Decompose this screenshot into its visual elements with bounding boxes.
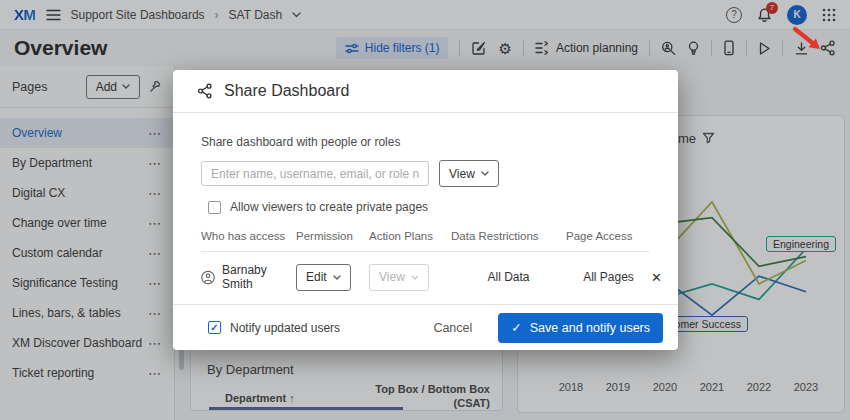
user-cell: Barnaby Smith — [201, 263, 296, 291]
default-permission-dropdown[interactable]: View — [439, 160, 499, 187]
access-table-row: Barnaby Smith Edit View A — [201, 252, 650, 301]
tutorial-arrow-annotation — [791, 26, 829, 56]
allow-private-pages-label: Allow viewers to create private pages — [230, 200, 428, 214]
allow-private-pages-checkbox[interactable] — [208, 201, 221, 214]
dashboard-app: XM Support Site Dashboards › SAT Dash ? … — [0, 0, 850, 420]
chevron-down-icon — [411, 275, 419, 280]
col-data-restrictions: Data Restrictions — [451, 230, 566, 242]
notify-users-label: Notify updated users — [230, 321, 340, 335]
modal-title: Share Dashboard — [224, 82, 349, 100]
col-permission: Permission — [296, 230, 369, 242]
user-name: Barnaby Smith — [222, 263, 296, 291]
modal-footer: ✓ Notify updated users Cancel ✓ Save and… — [173, 304, 678, 350]
share-with-label: Share dashboard with people or roles — [201, 135, 650, 149]
remove-user-button[interactable]: ✕ — [651, 270, 664, 285]
person-circle-icon — [201, 270, 215, 285]
col-page-access: Page Access — [566, 230, 651, 242]
share-dashboard-modal: Share Dashboard Share dashboard with peo… — [173, 70, 678, 350]
col-who-has-access: Who has access — [201, 230, 296, 242]
modal-header: Share Dashboard — [173, 70, 678, 113]
notify-users-checkbox[interactable]: ✓ — [208, 321, 221, 334]
data-restrictions-value[interactable]: All Data — [451, 270, 566, 284]
chevron-down-icon — [481, 171, 489, 176]
chevron-down-icon — [333, 275, 341, 280]
access-table: Who has access Permission Action Plans D… — [201, 230, 650, 301]
permission-dropdown[interactable]: Edit — [296, 264, 351, 291]
share-icon — [197, 83, 213, 99]
action-plans-dropdown: View — [369, 264, 429, 291]
share-recipient-input[interactable] — [201, 161, 429, 186]
save-and-notify-button[interactable]: ✓ Save and notify users — [498, 313, 663, 343]
page-access-value[interactable]: All Pages — [566, 270, 651, 284]
col-action-plans: Action Plans — [369, 230, 451, 242]
cancel-button[interactable]: Cancel — [433, 321, 472, 335]
check-icon: ✓ — [511, 320, 521, 335]
